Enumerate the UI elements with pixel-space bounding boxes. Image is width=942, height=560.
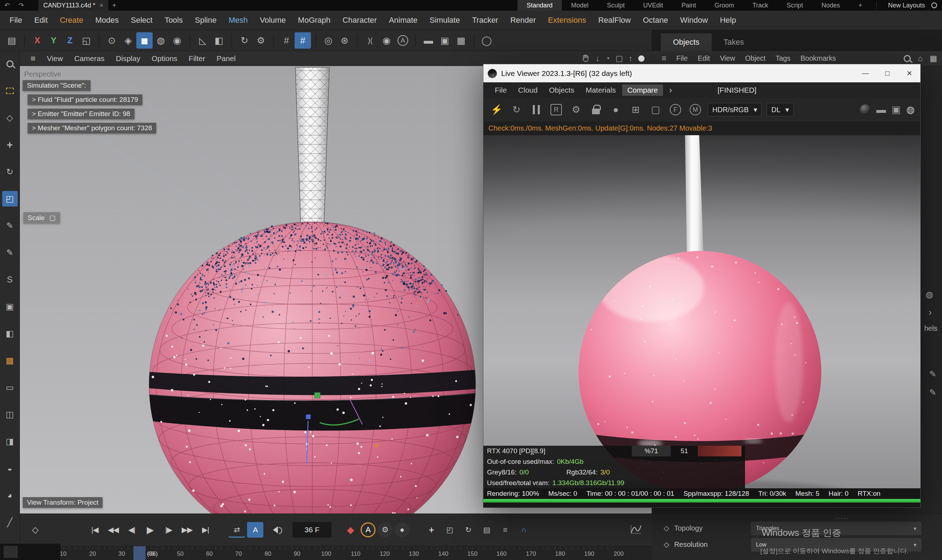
target-settings-icon[interactable]: ⊛ xyxy=(337,32,353,49)
add-node-icon[interactable]: ⊞ xyxy=(628,102,643,117)
layout-tab-sculpt[interactable]: Sculpt xyxy=(598,0,634,11)
workplane-lock-icon[interactable]: ◧ xyxy=(211,32,227,49)
focus-picker-icon[interactable]: ▢ xyxy=(648,102,663,117)
layout-tab-nodes[interactable]: Nodes xyxy=(812,0,849,11)
quantize-grid-icon[interactable]: # xyxy=(295,32,311,49)
frame-all-icon[interactable]: ▢ xyxy=(616,54,623,63)
keyframe-selection-button[interactable]: ● xyxy=(395,522,409,537)
axis-z-button[interactable]: Z xyxy=(62,32,78,49)
layout-tab-model[interactable]: Model xyxy=(562,0,598,11)
menu-mograph[interactable]: MoGraph xyxy=(292,15,337,25)
magnet-snap-toggle[interactable]: ∩ xyxy=(516,522,532,538)
render-restart-icon[interactable]: ⚡ xyxy=(489,102,504,117)
dolly-icon[interactable]: ↓ xyxy=(596,54,599,63)
candy-ball-wireframe[interactable] xyxy=(149,222,476,514)
lv-menu-objects[interactable]: Objects xyxy=(544,86,579,94)
material-picker-icon[interactable]: ● xyxy=(608,102,623,117)
viewport-toggle-icon[interactable] xyxy=(638,55,645,62)
menu-select[interactable]: Select xyxy=(125,15,158,25)
dl-dropdown[interactable]: DL ▾ xyxy=(767,103,794,116)
autokeying-toggle[interactable]: A xyxy=(361,522,376,537)
pause-icon[interactable] xyxy=(529,102,544,117)
chevron-right-icon[interactable]: › xyxy=(928,307,932,318)
viewport-menu-options[interactable]: Options xyxy=(146,54,183,63)
menu-tracker[interactable]: Tracker xyxy=(466,15,504,25)
axis-y-button[interactable]: Y xyxy=(45,32,62,49)
menu-file[interactable]: File xyxy=(3,15,28,25)
make-editable-icon[interactable]: ⊙ xyxy=(104,32,120,49)
ball-icon[interactable]: ◍ xyxy=(906,102,915,117)
refresh-icon[interactable]: ↻ xyxy=(509,102,524,117)
lock-resolution-icon[interactable] xyxy=(588,102,603,117)
object-menu-bookmarks[interactable]: Bookmarks xyxy=(796,54,841,63)
menu-extensions[interactable]: Extensions xyxy=(542,15,593,25)
up-arrow-icon[interactable]: ↑ xyxy=(629,54,633,63)
point-cache-tool[interactable]: ▩ xyxy=(2,353,18,368)
coordinate-system-icon[interactable]: ◱ xyxy=(78,32,94,49)
snap-grid-icon[interactable]: # xyxy=(278,32,295,49)
account-icon[interactable] xyxy=(931,3,937,8)
primitive-cube-tool[interactable]: ▣ xyxy=(2,299,18,314)
menu-window[interactable]: Window xyxy=(674,15,714,25)
live-selection-tool[interactable] xyxy=(2,56,18,72)
hud-fluid-row[interactable]: > Fluid "Fluid" particle count: 28179 xyxy=(28,94,142,105)
frame-ruler[interactable]: (36) 0 10 20 30 40 50 60 70 80 90 100 11… xyxy=(20,546,652,560)
home-icon[interactable]: ⌂ xyxy=(918,54,922,63)
search-icon[interactable] xyxy=(904,55,911,62)
polygon-mode-icon[interactable]: ◉ xyxy=(169,32,185,49)
add-layout-button[interactable]: + xyxy=(849,0,871,11)
go-to-end-button[interactable]: ▶| xyxy=(197,522,214,538)
pencil-icon[interactable]: ✎ xyxy=(929,388,936,397)
object-menu-icon[interactable]: ≡ xyxy=(657,54,671,63)
gear-icon[interactable]: ⚙ xyxy=(253,32,269,49)
go-to-start-button[interactable]: |◀ xyxy=(86,522,103,538)
panel-resize-handle[interactable]: ····· xyxy=(835,515,849,522)
grid-icon[interactable]: ▦ xyxy=(930,54,937,63)
sound-button[interactable] xyxy=(265,522,282,538)
menu-simulate[interactable]: Simulate xyxy=(423,15,466,25)
chevron-right-icon[interactable]: › xyxy=(665,85,677,95)
rounded-cube-tool[interactable]: ◫ xyxy=(2,407,18,422)
autokey-mode-button[interactable]: A xyxy=(247,522,263,538)
colorspace-dropdown[interactable]: HDR/sRGB ▾ xyxy=(708,103,762,116)
settings-gear-icon[interactable]: ⚙ xyxy=(569,102,583,117)
menu-edit[interactable]: Edit xyxy=(28,15,54,25)
camera-motion-icon[interactable]: M xyxy=(688,102,703,117)
new-layouts-button[interactable]: New Layouts xyxy=(882,2,931,9)
axis-x-button[interactable]: X xyxy=(29,32,45,49)
new-document-button[interactable]: + xyxy=(108,2,120,9)
material-swatch[interactable] xyxy=(3,546,18,558)
record-scale-toggle[interactable]: ◰ xyxy=(442,522,458,538)
menu-octane[interactable]: Octane xyxy=(637,15,674,25)
layout-tab-track[interactable]: Track xyxy=(743,0,777,11)
lv-menu-compare[interactable]: Compare xyxy=(622,85,663,96)
layout-tab-uvedit[interactable]: UVEdit xyxy=(634,0,672,11)
current-frame-field[interactable]: 36 F xyxy=(292,522,331,538)
record-position-toggle[interactable]: + xyxy=(423,522,439,538)
point-mode-icon[interactable]: ◍ xyxy=(152,32,169,49)
lv-menu-cloud[interactable]: Cloud xyxy=(513,86,543,94)
polygon-selection-tool[interactable]: ◇ xyxy=(2,110,18,126)
pencil-icon[interactable]: ✎ xyxy=(929,369,936,379)
next-key-button[interactable]: ▶▶ xyxy=(179,522,195,538)
menu-render[interactable]: Render xyxy=(504,15,542,25)
live-viewer-window[interactable]: Live Viewer 2023.1.3-[R6] (32 days left)… xyxy=(483,64,920,508)
tab-takes[interactable]: Takes xyxy=(712,33,756,51)
render-picture-viewer-icon[interactable]: ▣ xyxy=(437,32,453,49)
tab-objects[interactable]: Objects xyxy=(661,33,712,51)
object-menu-object[interactable]: Object xyxy=(740,54,771,63)
layout-tab-script[interactable]: Script xyxy=(777,0,812,11)
record-parameter-toggle[interactable]: ▤ xyxy=(479,522,495,538)
menu-help[interactable]: Help xyxy=(714,15,742,25)
panel-icon[interactable]: ▤ xyxy=(3,32,20,49)
fcurve-button[interactable] xyxy=(630,523,642,537)
viewport-menu-view[interactable]: View xyxy=(41,54,69,63)
sculpt-pen-tool[interactable]: ✎ xyxy=(2,245,18,260)
close-button[interactable]: × xyxy=(898,64,920,82)
solo-toggle[interactable]: ≡ xyxy=(497,522,513,538)
object-menu-file[interactable]: File xyxy=(671,54,693,63)
keyframe-diamond-button[interactable]: ◇ xyxy=(27,522,43,538)
record-rotation-toggle[interactable]: ↻ xyxy=(460,522,476,538)
pan-hand-icon[interactable] xyxy=(581,54,590,63)
object-menu-view[interactable]: View xyxy=(715,54,740,63)
